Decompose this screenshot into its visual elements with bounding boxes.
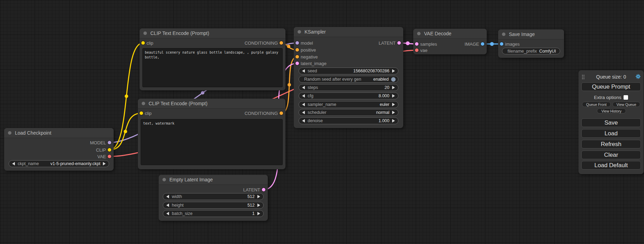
increment-arrow-icon[interactable] <box>257 195 260 198</box>
node-title-bar[interactable]: Load Checkpoint <box>4 128 114 138</box>
decrement-arrow-icon[interactable] <box>302 94 305 98</box>
queue-prompt-button[interactable]: Queue Prompt <box>581 82 641 91</box>
increment-arrow-icon[interactable] <box>257 204 260 207</box>
view-queue-button[interactable]: View Queue <box>612 102 640 107</box>
random-seed-toggle-widget[interactable]: Random seed after every gen enabled <box>299 76 398 83</box>
model-port-icon[interactable] <box>108 141 111 144</box>
image-port-icon[interactable] <box>500 42 503 46</box>
increment-arrow-icon[interactable] <box>392 69 395 73</box>
increment-arrow-icon[interactable] <box>392 111 395 114</box>
seed-widget[interactable]: seed 156680208700286 <box>299 67 398 74</box>
filename-prefix-widget[interactable]: filename_prefix ComfyUI <box>502 48 560 54</box>
link-latent-vae-midpoint[interactable] <box>406 42 410 45</box>
settings-gear-icon[interactable] <box>635 74 641 79</box>
cfg-widget[interactable]: cfg 8.000 <box>299 92 398 99</box>
conditioning-port-icon[interactable] <box>280 111 283 115</box>
increment-arrow-icon[interactable] <box>392 119 395 123</box>
decrement-arrow-icon[interactable] <box>302 119 305 123</box>
latent-port-icon[interactable] <box>415 42 418 46</box>
node-clip-text-encode-positive[interactable]: CLIP Text Encode (Prompt) clip CONDITION… <box>140 28 285 90</box>
increment-arrow-icon[interactable] <box>257 212 260 215</box>
prompt-textarea[interactable]: beautiful scenery nature glass bottle la… <box>142 48 283 87</box>
increment-arrow-icon[interactable] <box>103 162 106 165</box>
conditioning-port-icon[interactable] <box>295 55 299 58</box>
decrement-arrow-icon[interactable] <box>166 195 169 198</box>
widget-value: enabled <box>373 77 389 82</box>
clip-port-icon[interactable] <box>140 111 143 115</box>
decrement-arrow-icon[interactable] <box>12 162 15 165</box>
link-model-midpoint[interactable] <box>201 91 204 94</box>
node-clip-text-encode-negative[interactable]: CLIP Text Encode (Prompt) clip CONDITION… <box>138 99 285 169</box>
height-widget[interactable]: height 512 <box>163 202 264 209</box>
node-ksampler[interactable]: KSampler model positive negative latent_… <box>294 27 403 128</box>
link-conditioning-negative-midpoint[interactable] <box>288 83 291 87</box>
image-port-icon[interactable] <box>481 42 484 46</box>
widget-label: ckpt_name <box>18 161 39 166</box>
collapse-dot-icon[interactable] <box>502 33 505 36</box>
collapse-dot-icon[interactable] <box>143 31 147 35</box>
node-title-bar[interactable]: CLIP Text Encode (Prompt) <box>138 99 285 109</box>
widget-value: euler <box>380 102 389 107</box>
model-port-icon[interactable] <box>295 41 299 45</box>
input-label: model <box>301 40 313 46</box>
node-title-bar[interactable]: Save Image <box>498 29 564 39</box>
output-slot-model: MODEL <box>90 139 114 146</box>
link-clip-negative-midpoint[interactable] <box>124 130 127 133</box>
node-title-bar[interactable]: KSampler <box>294 27 403 37</box>
decrement-arrow-icon[interactable] <box>166 204 169 207</box>
node-title: VAE Decode <box>424 31 451 36</box>
collapse-dot-icon[interactable] <box>417 32 421 35</box>
comfyui-canvas[interactable]: Load Checkpoint MODEL CLIP VAE ckpt_name… <box>0 0 644 244</box>
link-clip-positive-midpoint[interactable] <box>125 94 128 98</box>
node-save-image[interactable]: Save Image images filename_prefix ComfyU… <box>498 29 564 58</box>
save-button[interactable]: Save <box>581 118 641 127</box>
vae-port-icon[interactable] <box>108 155 111 158</box>
node-load-checkpoint[interactable]: Load Checkpoint MODEL CLIP VAE ckpt_name… <box>4 128 114 171</box>
vae-port-icon[interactable] <box>415 48 418 52</box>
collapse-dot-icon[interactable] <box>8 131 11 135</box>
link-image-midpoint[interactable] <box>490 42 494 46</box>
view-history-button[interactable]: View History <box>597 108 626 114</box>
steps-widget[interactable]: steps 20 <box>299 84 398 91</box>
load-button[interactable]: Load <box>581 129 641 138</box>
denoise-widget[interactable]: denoise 1.000 <box>299 117 398 124</box>
load-default-button[interactable]: Load Default <box>581 161 641 170</box>
collapse-dot-icon[interactable] <box>142 102 145 105</box>
increment-arrow-icon[interactable] <box>392 86 395 89</box>
increment-arrow-icon[interactable] <box>392 94 395 98</box>
input-label: images <box>505 42 520 47</box>
scheduler-widget[interactable]: scheduler normal <box>299 109 398 116</box>
queue-front-button[interactable]: Queue Front <box>582 102 611 107</box>
collapse-dot-icon[interactable] <box>162 178 166 181</box>
decrement-arrow-icon[interactable] <box>302 111 305 114</box>
decrement-arrow-icon[interactable] <box>302 86 305 89</box>
latent-port-icon[interactable] <box>295 62 299 65</box>
link-conditioning-positive-midpoint[interactable] <box>287 45 290 48</box>
latent-port-icon[interactable] <box>397 41 401 45</box>
node-title-bar[interactable]: CLIP Text Encode (Prompt) <box>140 28 285 38</box>
conditioning-port-icon[interactable] <box>280 41 283 45</box>
decrement-arrow-icon[interactable] <box>302 69 305 73</box>
ckpt-name-widget[interactable]: ckpt_name v1-5-pruned-emaonly.ckpt <box>9 160 109 167</box>
prompt-textarea[interactable]: text, watermark <box>141 119 283 165</box>
clear-button[interactable]: Clear <box>581 151 641 159</box>
node-vae-decode[interactable]: VAE Decode samples vae IMAGE <box>413 29 487 54</box>
collapse-dot-icon[interactable] <box>298 30 301 34</box>
node-title-bar[interactable]: Empty Latent Image <box>159 175 268 185</box>
increment-arrow-icon[interactable] <box>392 103 395 106</box>
decrement-arrow-icon[interactable] <box>302 103 305 106</box>
clip-port-icon[interactable] <box>141 41 145 45</box>
conditioning-port-icon[interactable] <box>295 48 299 52</box>
refresh-button[interactable]: Refresh <box>581 140 641 148</box>
extra-options-checkbox[interactable] <box>624 95 628 100</box>
node-empty-latent-image[interactable]: Empty Latent Image LATENT width 512 heig… <box>159 175 268 221</box>
latent-port-icon[interactable] <box>262 188 265 191</box>
width-widget[interactable]: width 512 <box>163 193 264 200</box>
node-title-bar[interactable]: VAE Decode <box>413 29 487 39</box>
toggle-dot-icon[interactable] <box>391 77 396 82</box>
output-label: CLIP <box>96 147 106 153</box>
sampler-name-widget[interactable]: sampler_name euler <box>299 101 398 108</box>
decrement-arrow-icon[interactable] <box>166 212 169 215</box>
clip-port-icon[interactable] <box>108 148 111 152</box>
batch-size-widget[interactable]: batch_size 1 <box>163 210 264 217</box>
